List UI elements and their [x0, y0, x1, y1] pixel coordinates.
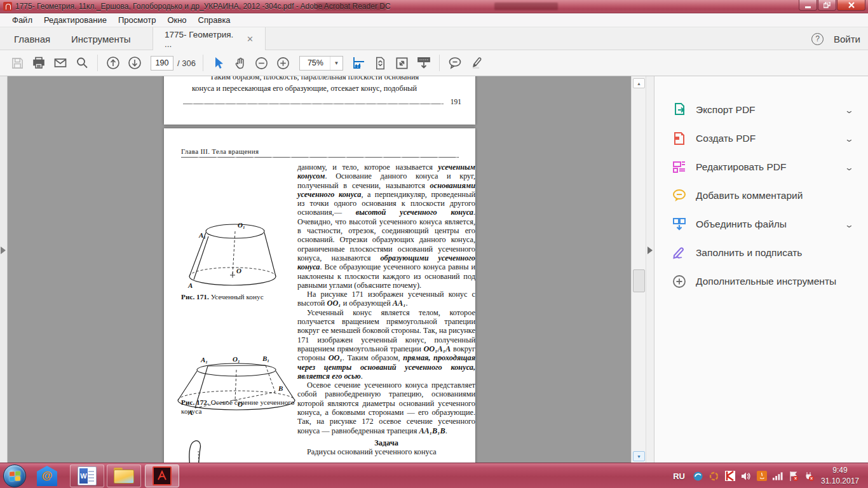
fit-page-icon[interactable]: [370, 53, 391, 73]
tab-document[interactable]: 1775- Геометрия. ... ✕: [153, 27, 266, 51]
network-icon[interactable]: [693, 471, 703, 482]
tool-item-label: Создать PDF: [696, 133, 846, 144]
action-center-icon[interactable]: [788, 471, 799, 482]
chevron-down-icon[interactable]: ⌄: [844, 105, 854, 115]
edit-pdf-icon: [671, 159, 688, 175]
tool-item-label: Добавить комментарий: [696, 190, 868, 201]
fit-width-icon[interactable]: [348, 53, 370, 73]
header-rule: [181, 157, 459, 158]
fig171-label-o1: O₁: [238, 221, 245, 229]
tab-close-icon[interactable]: ✕: [247, 34, 254, 44]
menu-bar: ФайлРедактированиеПросмотрОкноСправка: [0, 13, 868, 27]
taskbar-clock[interactable]: 9:49 31.10.2017: [816, 465, 864, 487]
body-text-column: данному, и тело, которое называется усеч…: [297, 163, 475, 457]
explorer-folder-icon: [114, 468, 134, 484]
titlebar-artifact: [316, 3, 386, 10]
volume-icon[interactable]: [740, 471, 751, 482]
tab-tools[interactable]: Инструменты: [60, 27, 142, 50]
page-total-label: / 306: [177, 58, 196, 68]
fill-sign-icon: [671, 245, 688, 261]
menu-item-0[interactable]: Файл: [6, 14, 38, 26]
more-tools-icon: [671, 273, 688, 290]
chevron-down-icon[interactable]: ▼: [330, 57, 342, 70]
tool-item-label: Заполнить и подписать: [696, 247, 868, 259]
menu-item-1[interactable]: Редактирование: [38, 14, 112, 26]
acrobat-app-icon: [3, 2, 12, 11]
fullscreen-icon[interactable]: [391, 53, 413, 73]
zoom-out-icon[interactable]: [251, 53, 273, 73]
clock-date: 31.10.2017: [816, 476, 864, 487]
document-area: Таким образом, плоскость, параллельная п…: [0, 76, 654, 488]
page191-line2: конуса и пересекающая его образующие, от…: [192, 84, 417, 93]
zoom-level-value: 75%: [300, 58, 330, 67]
expand-nav-pane-icon[interactable]: [1, 247, 6, 254]
power-plug-icon[interactable]: [804, 471, 815, 482]
scroll-up-icon[interactable]: ▲: [633, 78, 645, 88]
search-icon[interactable]: [71, 53, 93, 73]
language-indicator[interactable]: RU: [673, 471, 685, 481]
minimize-button[interactable]: [799, 0, 817, 11]
export-pdf-icon: [671, 102, 688, 118]
tools-pane-collapse-strip[interactable]: [646, 76, 654, 488]
chevron-down-icon[interactable]: ⌄: [844, 134, 854, 144]
menu-item-4[interactable]: Справка: [193, 14, 236, 26]
menu-item-2[interactable]: Просмотр: [112, 14, 161, 26]
update-ring-icon[interactable]: [709, 471, 719, 482]
kaspersky-icon[interactable]: [724, 471, 735, 482]
presentation-mode-icon[interactable]: [413, 53, 435, 73]
email-icon[interactable]: [50, 53, 71, 73]
chapter-header: Глава III. Тела вращения: [181, 147, 259, 155]
clock-time: 9:49: [816, 465, 864, 476]
signal-icon[interactable]: [772, 471, 783, 482]
taskbar-app-word[interactable]: W: [70, 464, 104, 487]
java-icon[interactable]: [756, 471, 767, 482]
create-pdf-icon: [671, 130, 688, 147]
chevron-down-icon[interactable]: ⌄: [844, 163, 854, 172]
zoom-in-icon[interactable]: [273, 53, 294, 73]
hand-tool-icon[interactable]: [229, 53, 251, 73]
navigation-pane-strip[interactable]: [0, 76, 8, 488]
previous-page-icon[interactable]: [102, 53, 124, 73]
start-button[interactable]: [3, 464, 26, 487]
word-icon: W: [78, 466, 97, 485]
chevron-down-icon[interactable]: ⌄: [844, 220, 854, 229]
titlebar-artifact: [494, 3, 558, 10]
print-icon[interactable]: [28, 53, 50, 73]
tab-strip: Главная Инструменты 1775- Геометрия. ...…: [0, 27, 868, 50]
signin-area: ? Войти: [811, 27, 860, 50]
tool-item-4[interactable]: Объединить файлы⌄: [654, 214, 868, 235]
taskbar-app-amigo-browser[interactable]: @: [33, 464, 61, 487]
restore-button[interactable]: [818, 0, 836, 11]
page-number-input[interactable]: [151, 56, 173, 71]
fig172-label-o1: O₁: [233, 356, 240, 363]
figure-171-truncated-cone: O₁ A₁ O A: [178, 216, 295, 291]
close-button[interactable]: [837, 0, 865, 11]
fig172-label-b: B: [278, 384, 283, 392]
menu-item-3[interactable]: Окно: [161, 14, 192, 26]
scrollbar-thumb[interactable]: [633, 269, 645, 292]
taskbar-app-explorer[interactable]: [107, 464, 141, 487]
collapse-tools-pane-icon[interactable]: [648, 247, 653, 254]
tool-item-5[interactable]: Заполнить и подписать: [654, 242, 868, 264]
next-page-icon[interactable]: [124, 53, 146, 73]
tool-item-3[interactable]: Добавить комментарий: [654, 185, 868, 207]
tool-item-label: Экспорт PDF: [696, 104, 846, 116]
tool-item-2[interactable]: Редактировать PDF⌄: [654, 156, 868, 178]
zoom-level-select[interactable]: 75% ▼: [299, 56, 343, 71]
tool-item-6[interactable]: Дополнительные инструменты: [654, 271, 868, 292]
comment-icon[interactable]: [444, 53, 466, 73]
page191-line1: Таким образом, плоскость, параллельная п…: [210, 76, 419, 82]
save-icon[interactable]: [6, 53, 28, 73]
tab-home[interactable]: Главная: [3, 27, 62, 50]
vertical-scrollbar[interactable]: ▲ ▼: [631, 76, 646, 488]
highlighter-icon[interactable]: [466, 53, 487, 73]
select-tool-icon[interactable]: [208, 53, 229, 73]
taskbar-app-acrobat-reader[interactable]: [145, 464, 179, 487]
footer-rule: [183, 104, 444, 104]
tool-item-1[interactable]: Создать PDF⌄: [654, 128, 868, 149]
help-icon[interactable]: ?: [811, 33, 824, 45]
scroll-down-icon[interactable]: ▼: [633, 451, 645, 461]
tool-item-label: Объединить файлы: [696, 219, 846, 230]
tool-item-0[interactable]: Экспорт PDF⌄: [654, 99, 868, 121]
signin-button[interactable]: Войти: [834, 34, 860, 44]
